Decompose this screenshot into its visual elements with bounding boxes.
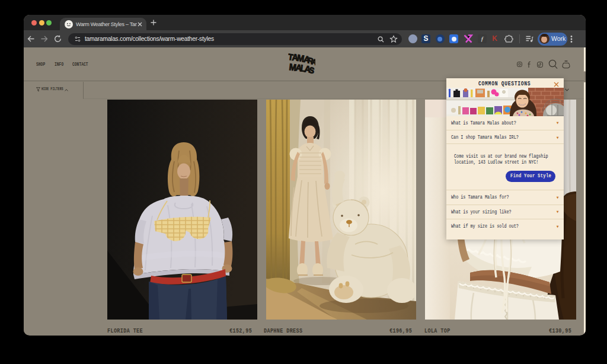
svg-text:S: S (308, 65, 315, 75)
